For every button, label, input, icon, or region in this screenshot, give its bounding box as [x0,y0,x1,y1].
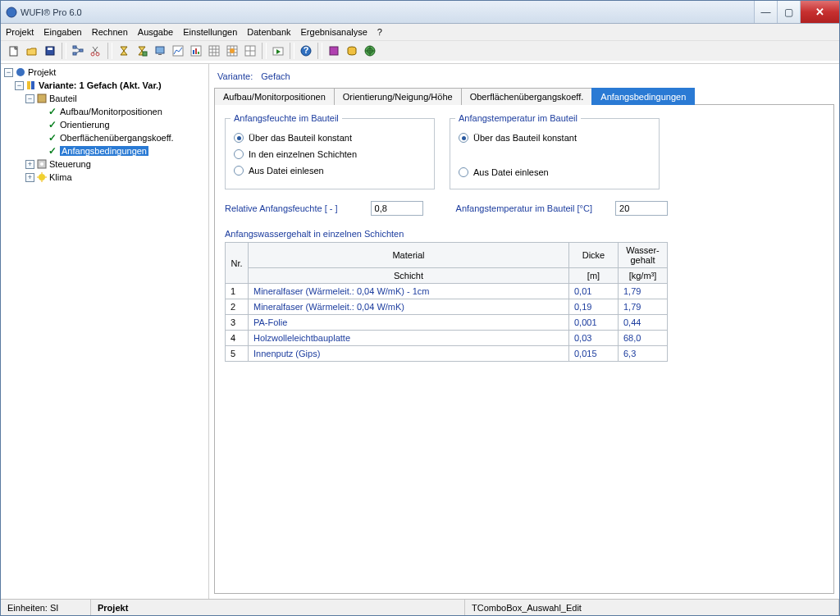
new-icon[interactable] [6,43,22,59]
chart1-icon[interactable] [170,43,186,59]
col-material: Material [249,243,569,268]
tree-panel: − Projekt − Variante: 1 Gefach (Akt. Var… [1,64,209,599]
temp-opt-constant[interactable]: Über das Bauteil konstant [459,130,651,146]
layers-table: Nr. Material Dicke Wasser- gehalt Schich… [225,242,668,362]
db-icon[interactable] [344,43,360,59]
svg-rect-10 [156,47,164,53]
grid3-icon[interactable] [242,43,258,59]
cut-icon[interactable] [88,43,104,59]
cell-dicke: 0,03 [569,331,619,346]
temp-group: Anfangstemperatur im Bauteil Über das Ba… [450,113,660,189]
collapse-icon[interactable]: − [4,68,13,77]
palette1-icon[interactable] [326,43,342,59]
tab-orientierung[interactable]: Orientierung/Neigung/Höhe [334,88,462,105]
steuerung-icon [36,158,48,170]
menu-projekt[interactable]: Projekt [6,27,34,37]
svg-rect-30 [31,81,34,89]
svg-rect-17 [209,46,219,56]
close-button[interactable]: ✕ [800,1,839,23]
menu-eingaben[interactable]: Eingaben [43,27,82,37]
table-row[interactable]: 2Mineralfaser (Wärmeleit.: 0,04 W/mK)0,1… [226,299,668,315]
table-row[interactable]: 5Innenputz (Gips)0,0156,3 [226,346,668,362]
menubar: Projekt Eingaben Rechnen Ausgabe Einstel… [1,24,839,40]
tree-aufbau[interactable]: ✓ Aufbau/Monitorpositionen [1,105,208,118]
layers-table-title: Anfangswassergehalt in einzelnen Schicht… [225,229,824,239]
cell-wasser: 68,0 [619,331,668,346]
tree-steuerung[interactable]: + Steuerung [1,157,208,171]
table-row[interactable]: 3PA-Folie0,0010,44 [226,315,668,331]
tree-klima-label: Klima [49,172,72,182]
radio-icon[interactable] [234,166,244,176]
table-row[interactable]: 1Mineralfaser (Wärmeleit.: 0,04 W/mK) - … [226,284,668,299]
expand-icon[interactable]: + [25,173,34,182]
menu-einstellungen[interactable]: Einstellungen [183,27,237,37]
moisture-opt-layers[interactable]: In den einzelnen Schichten [234,146,426,162]
radio-label: Aus Datei einlesen [249,166,324,176]
tree-item-label: Oberflächenübergangskoeff. [60,133,174,143]
menu-ausgabe[interactable]: Ausgabe [138,27,173,37]
rel-moisture-input[interactable]: 0,8 [371,201,423,216]
tree-icon[interactable] [70,43,86,59]
temp-opt-file[interactable]: Aus Datei einlesen [459,164,651,180]
svg-point-28 [16,68,25,76]
init-temp-input[interactable]: 20 [615,201,668,216]
tree-root[interactable]: − Projekt [1,66,208,79]
minimize-button[interactable]: ― [754,1,777,23]
cell-dicke: 0,01 [569,284,619,299]
toolbar: ? [1,40,839,63]
screen-icon[interactable] [152,43,168,59]
run-icon[interactable] [270,43,286,59]
hourglass-icon[interactable] [116,43,132,59]
open-icon[interactable] [24,43,40,59]
check-icon: ✓ [47,106,58,117]
tree-orientierung[interactable]: ✓ Orientierung [1,118,208,131]
tree-klima[interactable]: + Klima [1,171,208,184]
help-icon[interactable]: ? [298,43,314,59]
collapse-icon[interactable]: − [25,94,34,103]
maximize-button[interactable]: ▢ [777,1,800,23]
tree-bauteil[interactable]: − Bauteil [1,92,208,105]
tree-bauteil-label: Bauteil [49,94,77,103]
menu-datenbank[interactable]: Datenbank [247,27,290,37]
moisture-opt-constant[interactable]: Über das Bauteil konstant [234,130,426,146]
cell-material: PA-Folie [249,315,569,331]
moisture-opt-file[interactable]: Aus Datei einlesen [234,162,426,179]
chart2-icon[interactable] [188,43,204,59]
cell-dicke: 0,19 [569,299,619,315]
grid2-icon[interactable] [224,43,240,59]
variant-icon [25,80,37,91]
radio-label: Aus Datei einlesen [473,167,549,177]
col-dicke-unit: [m] [569,268,619,284]
expand-icon[interactable]: + [25,160,34,169]
radio-icon[interactable] [234,149,244,159]
radio-icon[interactable] [459,167,468,177]
cell-nr: 3 [226,315,249,331]
tab-anfangsbedingungen[interactable]: Anfangsbedingungen [591,88,695,105]
radio-icon[interactable] [459,133,468,143]
svg-rect-14 [193,50,194,54]
tree-steuerung-label: Steuerung [49,159,91,169]
main-panel: Variante: Gefach Aufbau/Monitorpositione… [209,64,839,599]
menu-ergebnisanalyse[interactable]: Ergebnisanalyse [301,27,368,37]
radio-icon[interactable] [234,133,244,143]
tab-aufbau[interactable]: Aufbau/Monitorpositionen [214,88,335,105]
menu-rechnen[interactable]: Rechnen [92,27,128,37]
tree-variant[interactable]: − Variante: 1 Gefach (Akt. Var.) [1,79,208,92]
save-icon[interactable] [42,43,58,59]
init-temp-label: Anfangstemperatur im Bauteil [°C] [456,203,592,213]
tree-oberflaechen[interactable]: ✓ Oberflächenübergangskoeff. [1,131,208,144]
tab-oberflaechen[interactable]: Oberflächenübergangskoeff. [461,88,593,105]
grid1-icon[interactable] [206,43,222,59]
tree-anfangsbedingungen[interactable]: ✓ Anfangsbedingungen [1,144,208,157]
globe-icon[interactable] [362,43,378,59]
svg-rect-15 [195,48,197,54]
col-wasser: Wasser- gehalt [619,243,668,268]
cell-wasser: 6,3 [619,346,668,362]
menu-help[interactable]: ? [377,27,382,37]
collapse-icon[interactable]: − [15,81,24,90]
col-schicht: Schicht [249,268,569,284]
table-row[interactable]: 4Holzwolleleichtbauplatte0,0368,0 [226,331,668,346]
hourglass-db-icon[interactable] [134,43,150,59]
svg-point-33 [40,162,43,166]
radio-label: Über das Bauteil konstant [473,133,577,143]
